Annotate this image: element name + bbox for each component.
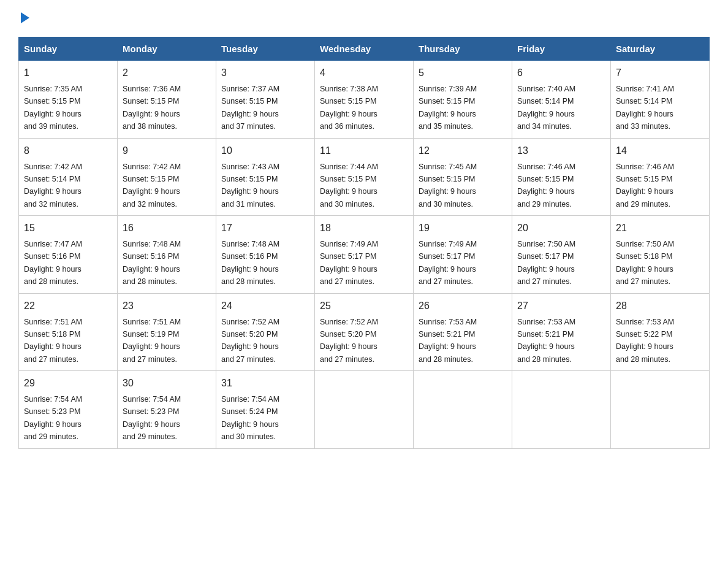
calendar-cell: 26 Sunrise: 7:53 AMSunset: 5:21 PMDaylig… [414, 293, 512, 371]
day-number: 2 [123, 66, 211, 80]
calendar-cell: 12 Sunrise: 7:45 AMSunset: 5:15 PMDaylig… [414, 138, 512, 216]
day-info: Sunrise: 7:53 AMSunset: 5:21 PMDaylight:… [517, 318, 575, 364]
day-info: Sunrise: 7:54 AMSunset: 5:24 PMDaylight:… [221, 395, 279, 441]
calendar-cell: 6 Sunrise: 7:40 AMSunset: 5:14 PMDayligh… [512, 61, 611, 139]
calendar-cell [611, 371, 710, 449]
day-number: 28 [616, 299, 704, 313]
day-number: 17 [221, 221, 309, 236]
day-info: Sunrise: 7:44 AMSunset: 5:15 PMDaylight:… [320, 163, 378, 209]
calendar-cell: 20 Sunrise: 7:50 AMSunset: 5:17 PMDaylig… [512, 216, 611, 294]
calendar-cell [414, 371, 512, 449]
calendar-cell: 23 Sunrise: 7:51 AMSunset: 5:19 PMDaylig… [118, 293, 216, 371]
day-info: Sunrise: 7:43 AMSunset: 5:15 PMDaylight:… [221, 163, 279, 209]
day-header-saturday: Saturday [611, 37, 710, 61]
calendar-cell [315, 371, 414, 449]
day-info: Sunrise: 7:53 AMSunset: 5:22 PMDaylight:… [616, 318, 674, 364]
day-header-tuesday: Tuesday [216, 37, 315, 61]
day-info: Sunrise: 7:46 AMSunset: 5:15 PMDaylight:… [517, 163, 575, 209]
day-info: Sunrise: 7:48 AMSunset: 5:16 PMDaylight:… [123, 240, 181, 286]
day-number: 18 [320, 221, 408, 236]
day-number: 11 [320, 144, 408, 158]
day-info: Sunrise: 7:53 AMSunset: 5:21 PMDaylight:… [419, 318, 477, 364]
calendar-cell: 3 Sunrise: 7:37 AMSunset: 5:15 PMDayligh… [216, 61, 315, 139]
day-info: Sunrise: 7:54 AMSunset: 5:23 PMDaylight:… [24, 395, 82, 441]
logo-arrow-icon [21, 12, 29, 23]
calendar-cell: 18 Sunrise: 7:49 AMSunset: 5:17 PMDaylig… [315, 216, 414, 294]
day-number: 15 [24, 221, 112, 236]
day-number: 7 [616, 66, 704, 80]
day-info: Sunrise: 7:42 AMSunset: 5:14 PMDaylight:… [24, 163, 82, 209]
day-info: Sunrise: 7:51 AMSunset: 5:18 PMDaylight:… [24, 318, 82, 364]
day-info: Sunrise: 7:52 AMSunset: 5:20 PMDaylight:… [221, 318, 279, 364]
day-info: Sunrise: 7:50 AMSunset: 5:18 PMDaylight:… [616, 240, 674, 286]
day-header-thursday: Thursday [414, 37, 512, 61]
day-info: Sunrise: 7:39 AMSunset: 5:15 PMDaylight:… [419, 85, 477, 131]
calendar-cell: 13 Sunrise: 7:46 AMSunset: 5:15 PMDaylig… [512, 138, 611, 216]
day-info: Sunrise: 7:50 AMSunset: 5:17 PMDaylight:… [517, 240, 575, 286]
calendar-week-row: 1 Sunrise: 7:35 AMSunset: 5:15 PMDayligh… [19, 61, 710, 139]
calendar-cell: 19 Sunrise: 7:49 AMSunset: 5:17 PMDaylig… [414, 216, 512, 294]
day-number: 14 [616, 144, 704, 158]
calendar-cell: 10 Sunrise: 7:43 AMSunset: 5:15 PMDaylig… [216, 138, 315, 216]
calendar-cell: 27 Sunrise: 7:53 AMSunset: 5:21 PMDaylig… [512, 293, 611, 371]
day-number: 5 [419, 66, 507, 80]
calendar-cell: 4 Sunrise: 7:38 AMSunset: 5:15 PMDayligh… [315, 61, 414, 139]
calendar-cell: 16 Sunrise: 7:48 AMSunset: 5:16 PMDaylig… [118, 216, 216, 294]
calendar-week-row: 22 Sunrise: 7:51 AMSunset: 5:18 PMDaylig… [19, 293, 710, 371]
calendar-cell: 30 Sunrise: 7:54 AMSunset: 5:23 PMDaylig… [118, 371, 216, 449]
day-header-friday: Friday [512, 37, 611, 61]
day-number: 21 [616, 221, 704, 236]
day-number: 6 [517, 66, 605, 80]
calendar-cell: 31 Sunrise: 7:54 AMSunset: 5:24 PMDaylig… [216, 371, 315, 449]
day-number: 8 [24, 144, 112, 158]
calendar-cell: 17 Sunrise: 7:48 AMSunset: 5:16 PMDaylig… [216, 216, 315, 294]
day-number: 24 [221, 299, 309, 313]
day-number: 20 [517, 221, 605, 236]
calendar-cell: 9 Sunrise: 7:42 AMSunset: 5:15 PMDayligh… [118, 138, 216, 216]
day-number: 29 [24, 376, 112, 391]
day-header-sunday: Sunday [19, 37, 118, 61]
day-info: Sunrise: 7:48 AMSunset: 5:16 PMDaylight:… [221, 240, 279, 286]
calendar-week-row: 29 Sunrise: 7:54 AMSunset: 5:23 PMDaylig… [19, 371, 710, 449]
day-number: 30 [123, 376, 211, 391]
calendar-cell [512, 371, 611, 449]
day-info: Sunrise: 7:35 AMSunset: 5:15 PMDaylight:… [24, 85, 82, 131]
calendar-cell: 7 Sunrise: 7:41 AMSunset: 5:14 PMDayligh… [611, 61, 710, 139]
day-header-monday: Monday [118, 37, 216, 61]
calendar-cell: 28 Sunrise: 7:53 AMSunset: 5:22 PMDaylig… [611, 293, 710, 371]
day-header-wednesday: Wednesday [315, 37, 414, 61]
day-number: 3 [221, 66, 309, 80]
day-number: 27 [517, 299, 605, 313]
day-info: Sunrise: 7:45 AMSunset: 5:15 PMDaylight:… [419, 163, 477, 209]
day-number: 10 [221, 144, 309, 158]
calendar-cell: 29 Sunrise: 7:54 AMSunset: 5:23 PMDaylig… [19, 371, 118, 449]
calendar-cell: 5 Sunrise: 7:39 AMSunset: 5:15 PMDayligh… [414, 61, 512, 139]
day-header-row: SundayMondayTuesdayWednesdayThursdayFrid… [19, 37, 710, 61]
calendar-cell: 24 Sunrise: 7:52 AMSunset: 5:20 PMDaylig… [216, 293, 315, 371]
day-info: Sunrise: 7:49 AMSunset: 5:17 PMDaylight:… [419, 240, 477, 286]
calendar-cell: 1 Sunrise: 7:35 AMSunset: 5:15 PMDayligh… [19, 61, 118, 139]
calendar-cell: 15 Sunrise: 7:47 AMSunset: 5:16 PMDaylig… [19, 216, 118, 294]
day-number: 1 [24, 66, 112, 80]
day-number: 12 [419, 144, 507, 158]
day-info: Sunrise: 7:54 AMSunset: 5:23 PMDaylight:… [123, 395, 181, 441]
day-info: Sunrise: 7:37 AMSunset: 5:15 PMDaylight:… [221, 85, 279, 131]
day-info: Sunrise: 7:46 AMSunset: 5:15 PMDaylight:… [616, 163, 674, 209]
day-info: Sunrise: 7:49 AMSunset: 5:17 PMDaylight:… [320, 240, 378, 286]
calendar-week-row: 8 Sunrise: 7:42 AMSunset: 5:14 PMDayligh… [19, 138, 710, 216]
day-info: Sunrise: 7:52 AMSunset: 5:20 PMDaylight:… [320, 318, 378, 364]
day-info: Sunrise: 7:38 AMSunset: 5:15 PMDaylight:… [320, 85, 378, 131]
day-info: Sunrise: 7:51 AMSunset: 5:19 PMDaylight:… [123, 318, 181, 364]
calendar-cell: 2 Sunrise: 7:36 AMSunset: 5:15 PMDayligh… [118, 61, 216, 139]
day-number: 16 [123, 221, 211, 236]
day-info: Sunrise: 7:41 AMSunset: 5:14 PMDaylight:… [616, 85, 674, 131]
calendar-cell: 22 Sunrise: 7:51 AMSunset: 5:18 PMDaylig… [19, 293, 118, 371]
calendar-cell: 25 Sunrise: 7:52 AMSunset: 5:20 PMDaylig… [315, 293, 414, 371]
day-number: 19 [419, 221, 507, 236]
day-info: Sunrise: 7:47 AMSunset: 5:16 PMDaylight:… [24, 240, 82, 286]
day-number: 31 [221, 376, 309, 391]
day-number: 23 [123, 299, 211, 313]
calendar-cell: 21 Sunrise: 7:50 AMSunset: 5:18 PMDaylig… [611, 216, 710, 294]
day-number: 22 [24, 299, 112, 313]
calendar-table: SundayMondayTuesdayWednesdayThursdayFrid… [18, 37, 710, 449]
